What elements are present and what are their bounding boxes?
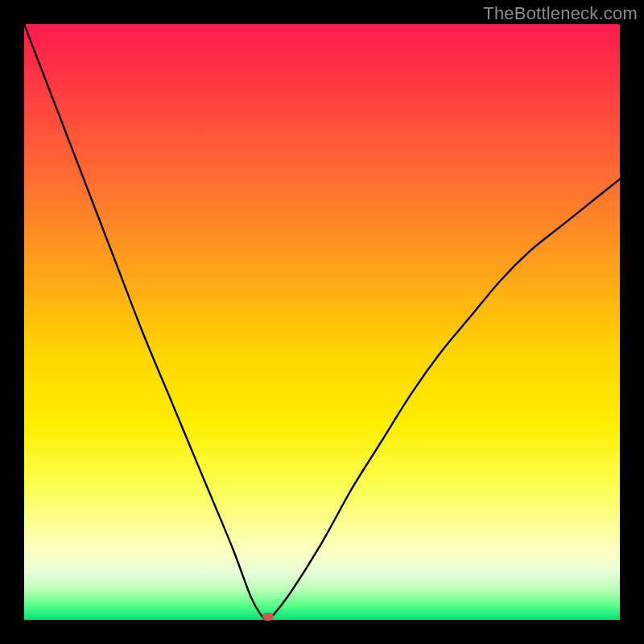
chart-frame: TheBottleneck.com <box>0 0 644 644</box>
plot-area <box>24 24 620 620</box>
bottleneck-curve <box>24 24 620 620</box>
watermark-text: TheBottleneck.com <box>483 3 638 24</box>
